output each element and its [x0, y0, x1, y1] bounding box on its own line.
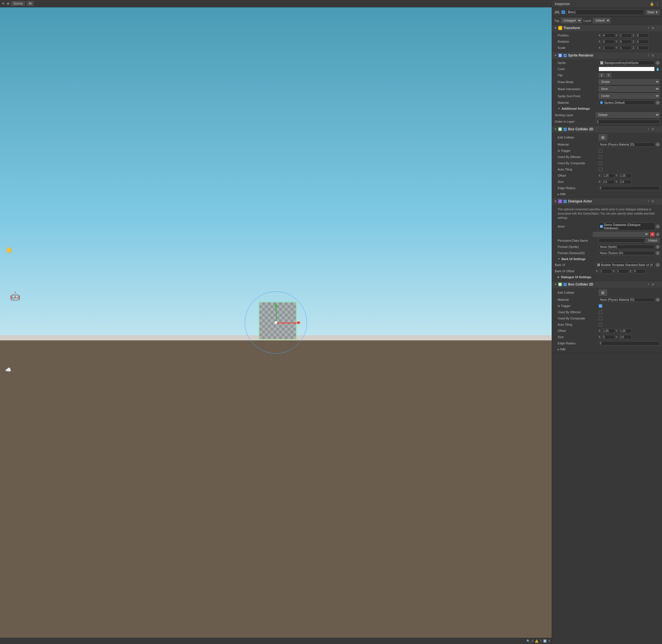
search-icon[interactable]: 🔍: [527, 640, 530, 643]
layer-select[interactable]: Default: [593, 18, 611, 23]
more-icon[interactable]: ⋮: [656, 2, 659, 6]
sorting-layer-select[interactable]: Default: [596, 112, 660, 118]
edit-collider-2-button[interactable]: ⊞: [599, 290, 607, 296]
size-1-y-input[interactable]: [619, 180, 632, 184]
lock-icon[interactable]: 🔓: [650, 2, 654, 6]
sprite-renderer-settings-icon[interactable]: ⚙: [652, 54, 654, 58]
edge-radius-1-input[interactable]: [599, 186, 660, 190]
collider-2-material-field[interactable]: None (Physics Material 2D): [599, 298, 655, 302]
toolbar-x-icon[interactable]: ✕: [2, 1, 5, 6]
bark-ui-field[interactable]: Bubble Template Standard Bark UI (S: [596, 262, 655, 267]
order-in-layer-input[interactable]: [596, 120, 660, 124]
sprite-field[interactable]: ▣ BackgroundGreyGridSprite: [599, 61, 655, 65]
transform-settings-icon[interactable]: ⚙: [652, 26, 654, 30]
is-trigger-2-checkbox[interactable]: [599, 304, 602, 308]
dialogue-actor-settings-icon[interactable]: ⚙: [652, 200, 654, 203]
offset-2-x-input[interactable]: [602, 329, 615, 333]
box-collider-2-settings-icon[interactable]: ⚙: [652, 283, 654, 286]
used-by-composite-2-checkbox[interactable]: [599, 317, 602, 320]
box-collider-2-help-icon[interactable]: ?: [647, 283, 649, 286]
portrait-sprite-btn[interactable]: ◎: [656, 245, 660, 249]
sprite-renderer-header[interactable]: ▼ 🖼 Sprite Renderer ? ⚙ ⋮: [552, 52, 662, 59]
position-x-input[interactable]: [602, 33, 615, 38]
box-collider-1-help-icon[interactable]: ?: [647, 128, 649, 131]
box-collider-1-settings-icon[interactable]: ⚙: [652, 128, 654, 131]
info-1-foldout[interactable]: ▶ Info: [552, 191, 662, 197]
mask-interaction-select[interactable]: None: [599, 86, 660, 92]
flip-x-button[interactable]: X: [599, 73, 604, 77]
unique-button[interactable]: Unique: [646, 238, 660, 243]
scene-view[interactable]: 🤖 ☀️ ☁️: [0, 7, 552, 638]
sprite-renderer-checkbox[interactable]: [564, 54, 567, 57]
transform-more-icon[interactable]: ⋮: [657, 26, 660, 30]
auto-tiling-1-checkbox[interactable]: [599, 168, 602, 171]
collider-1-material-field[interactable]: None (Physics Material 2D): [599, 142, 655, 147]
rotation-x-input[interactable]: [602, 40, 615, 44]
toolbar-move-icon[interactable]: ⊕: [6, 1, 9, 6]
color-eyedropper-icon[interactable]: 💧: [656, 67, 660, 71]
dialogue-ui-settings-header[interactable]: ▶ Dialogue UI Settings: [552, 274, 662, 280]
dialogue-actor-header[interactable]: ▼ # Dialogue Actor ? ⚙ ⋮: [552, 198, 662, 205]
size-2-y-input[interactable]: [619, 335, 632, 339]
box-collider-2-header[interactable]: ▼ ⬜ Box Collider 2D ? ⚙ ⋮: [552, 281, 662, 288]
dialogue-actor-more-icon[interactable]: ⋮: [657, 200, 660, 203]
is-trigger-1-checkbox[interactable]: [599, 149, 602, 153]
gameobject-name-input[interactable]: [567, 9, 644, 15]
actor-dropdown[interactable]: [593, 232, 649, 237]
bark-ui-offset-z-input[interactable]: [633, 269, 646, 273]
info-2-foldout[interactable]: ▶ Info: [552, 346, 662, 352]
actor-db-field[interactable]: Demo Database (Dialogue Database): [599, 223, 655, 230]
persistent-data-name-input[interactable]: [599, 238, 644, 243]
offset-1-y-input[interactable]: [619, 174, 632, 178]
bark-ui-offset-y-input[interactable]: [616, 269, 629, 273]
all-button[interactable]: All: [27, 1, 34, 6]
rotation-z-input[interactable]: [636, 40, 649, 44]
transform-help-icon[interactable]: ?: [647, 26, 649, 30]
box-collider-1-more-icon[interactable]: ⋮: [657, 128, 660, 131]
portrait-texture-field[interactable]: None (Texture 2D): [599, 251, 655, 255]
collider-2-material-btn[interactable]: ◎: [656, 298, 660, 302]
used-by-effector-2-checkbox[interactable]: [599, 310, 602, 314]
bark-ui-offset-x-input[interactable]: [599, 269, 612, 273]
dialogue-actor-checkbox[interactable]: [564, 200, 567, 203]
additional-settings-header[interactable]: ▼ Additional Settings: [552, 106, 662, 111]
sprite-renderer-more-icon[interactable]: ⋮: [657, 54, 660, 58]
used-by-effector-1-checkbox[interactable]: [599, 155, 602, 159]
material-select-btn[interactable]: ◎: [656, 101, 660, 105]
position-z-input[interactable]: [636, 33, 649, 38]
draw-mode-select[interactable]: Simple: [599, 79, 660, 85]
scale-z-input[interactable]: [636, 46, 649, 50]
bark-ui-select-btn[interactable]: ◎: [656, 263, 660, 267]
box-collider-2-checkbox[interactable]: [564, 283, 567, 286]
portrait-texture-btn[interactable]: ◎: [656, 251, 660, 255]
flip-y-button[interactable]: Y: [606, 73, 612, 77]
scale-y-input[interactable]: [619, 46, 632, 50]
auto-tiling-2-checkbox[interactable]: [599, 323, 602, 326]
offset-2-y-input[interactable]: [619, 329, 632, 333]
used-by-composite-1-checkbox[interactable]: [599, 161, 602, 165]
portrait-sprite-field[interactable]: None (Sprite): [599, 245, 655, 249]
actor-select-btn[interactable]: ◎: [656, 225, 660, 228]
scale-x-input[interactable]: [602, 46, 615, 50]
box-collider-1-header[interactable]: ▼ ⬜ Box Collider 2D ? ⚙ ⋮: [552, 126, 662, 133]
offset-1-x-input[interactable]: [602, 174, 615, 178]
bark-ui-settings-header[interactable]: ▼ Bark UI Settings: [552, 256, 662, 262]
size-2-x-input[interactable]: [602, 335, 615, 339]
dialogue-actor-help-icon[interactable]: ?: [647, 200, 649, 203]
edge-radius-2-input[interactable]: [599, 341, 660, 345]
edit-collider-1-button[interactable]: ⊞: [599, 134, 607, 140]
material-field[interactable]: Sprites-Default: [599, 100, 655, 105]
actor-clear-button[interactable]: ✕: [650, 232, 655, 237]
box-collider-2-more-icon[interactable]: ⋮: [657, 283, 660, 286]
color-picker[interactable]: [599, 67, 655, 71]
collider-1-material-btn[interactable]: ◎: [656, 142, 660, 146]
gameobject-active-checkbox[interactable]: [561, 10, 565, 14]
tag-select[interactable]: Untagged: [561, 18, 582, 23]
sprite-sort-point-select[interactable]: Center: [599, 93, 660, 99]
position-y-input[interactable]: [619, 33, 632, 38]
transform-header[interactable]: ▼ ⟳ Transform ? ⚙ ⋮: [552, 25, 662, 31]
sprite-select-btn[interactable]: ◎: [656, 61, 660, 65]
box-collider-1-checkbox[interactable]: [564, 128, 567, 131]
size-1-x-input[interactable]: [602, 180, 615, 184]
sprite-renderer-help-icon[interactable]: ?: [647, 54, 649, 58]
